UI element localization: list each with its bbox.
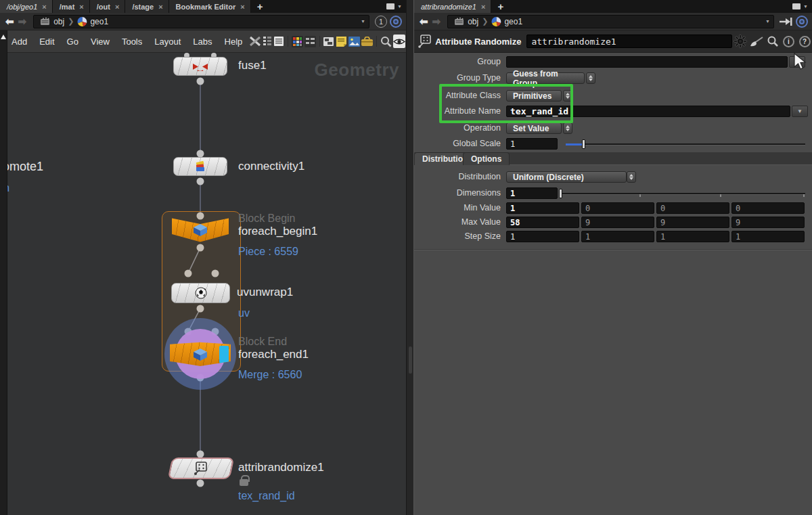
left-tab-bar: /obj/geo1 × /mat × /out × /stage × Bookm… — [0, 0, 406, 13]
search-icon[interactable] — [765, 34, 780, 49]
pane-edge-strip[interactable] — [0, 30, 7, 515]
dimensions-slider[interactable] — [560, 193, 805, 195]
new-tab-button[interactable]: + — [251, 0, 269, 13]
visibility-eye-icon[interactable] — [393, 35, 405, 48]
menu-layout[interactable]: Layout — [148, 37, 187, 47]
min-value-input-1[interactable]: 0 — [581, 202, 654, 214]
color-palette-icon[interactable] — [292, 35, 303, 48]
network-menu-bar: Add Edit Go View Tools Layout Labs Help — [0, 30, 406, 53]
global-scale-slider[interactable] — [566, 143, 805, 145]
notes-list-icon[interactable] — [273, 35, 284, 48]
gear-menu-icon[interactable] — [734, 34, 748, 49]
forward-arrow-icon[interactable]: ➡ — [18, 16, 27, 28]
toolbox-icon[interactable] — [361, 35, 373, 48]
network-canvas[interactable]: Geometry — [0, 53, 406, 515]
info-icon[interactable]: i — [782, 34, 796, 49]
step-size-input-2[interactable]: 1 — [656, 231, 729, 242]
path-crumb-obj[interactable]: obj — [37, 17, 68, 26]
group-input[interactable] — [506, 56, 788, 68]
dimensions-input[interactable]: 1 — [506, 187, 558, 199]
back-arrow-icon[interactable]: ⬅ — [5, 16, 14, 28]
link-number-badge[interactable]: 1 — [375, 16, 387, 28]
pane-layout-icon[interactable] — [792, 3, 800, 9]
pin-icon[interactable] — [780, 17, 793, 26]
search-icon[interactable] — [380, 35, 392, 48]
step-size-input-0[interactable]: 1 — [506, 231, 579, 242]
global-scale-slider-handle[interactable] — [582, 139, 585, 149]
splitter-handle[interactable] — [409, 346, 412, 374]
step-size-input-1[interactable]: 1 — [581, 231, 654, 242]
tab-obj-geo1[interactable]: /obj/geo1 × — [0, 0, 53, 13]
attribute-name-dropdown-button[interactable]: ▼ — [792, 106, 808, 117]
max-value-input-1[interactable]: 9 — [581, 217, 654, 228]
node-uvunwrap1[interactable] — [171, 283, 230, 303]
image-icon[interactable] — [348, 35, 360, 48]
tab-options[interactable]: Options — [463, 152, 510, 165]
path-crumb-geo1[interactable]: geo1 — [488, 17, 526, 26]
back-arrow-icon[interactable]: ⬅ — [420, 16, 428, 28]
distribution-spinner[interactable] — [627, 171, 636, 183]
node-attribrandomize1[interactable] — [168, 457, 235, 479]
expand-arrow-icon[interactable] — [1, 35, 6, 39]
close-icon[interactable]: × — [79, 3, 83, 11]
distribution-dropdown[interactable]: Uniform (Discrete) — [506, 171, 627, 183]
close-icon[interactable]: × — [481, 3, 485, 11]
group-type-dropdown[interactable]: Guess from Group — [506, 72, 585, 84]
tab-out[interactable]: /out × — [90, 0, 126, 13]
menu-go[interactable]: Go — [61, 37, 85, 47]
brush-icon[interactable] — [749, 34, 764, 49]
foreach-end-output-flag — [219, 346, 229, 363]
chevron-down-icon[interactable]: ▼ — [397, 4, 402, 9]
min-value-input-3[interactable]: 0 — [731, 202, 805, 214]
radial-menu-icon[interactable] — [796, 16, 808, 28]
group-type-spinner[interactable] — [586, 72, 595, 84]
operation-dropdown[interactable]: Set Value — [506, 122, 562, 134]
chevron-down-icon[interactable]: ▼ — [361, 19, 365, 24]
radial-menu-icon[interactable] — [390, 16, 402, 28]
menu-help[interactable]: Help — [219, 37, 249, 47]
close-icon[interactable]: × — [115, 3, 119, 11]
global-scale-input[interactable]: 1 — [506, 138, 558, 150]
forward-arrow-icon[interactable]: ➡ — [432, 16, 441, 28]
close-icon[interactable]: × — [158, 3, 162, 11]
shape-palette-icon[interactable] — [304, 35, 316, 48]
menu-add[interactable]: Add — [5, 37, 33, 47]
pane-layout-icon[interactable] — [386, 3, 394, 9]
max-value-input-2[interactable]: 9 — [656, 217, 729, 228]
node-name-input[interactable]: attribrandomize1 — [526, 35, 731, 48]
node-connectivity1[interactable] — [173, 157, 227, 176]
tab-stage[interactable]: /stage × — [125, 0, 168, 13]
max-value-input-3[interactable]: 9 — [731, 217, 805, 228]
max-value-input-0[interactable]: 58 — [506, 217, 579, 228]
parameter-path-field[interactable]: obj ❯ geo1 ▼ — [447, 15, 774, 28]
right-path-bar: ⬅ ➡ obj ❯ geo1 ▼ — [414, 13, 812, 30]
min-value-input-0[interactable]: 1 — [506, 202, 579, 214]
tab-attribrandomize1[interactable]: attribrandomize1 × — [414, 0, 491, 13]
step-size-input-3[interactable]: 1 — [731, 231, 805, 242]
sticky-note-icon[interactable] — [336, 35, 347, 48]
close-icon[interactable]: × — [42, 3, 46, 11]
menu-tools[interactable]: Tools — [116, 37, 148, 47]
chevron-down-icon[interactable]: ▼ — [803, 4, 808, 9]
path-crumb-obj[interactable]: obj — [451, 17, 482, 26]
menu-view[interactable]: View — [85, 37, 116, 47]
pane-splitter[interactable] — [406, 0, 414, 515]
tab-mat[interactable]: /mat × — [53, 0, 90, 13]
min-value-input-2[interactable]: 0 — [656, 202, 729, 214]
help-icon[interactable]: ? — [797, 34, 812, 49]
menu-labs[interactable]: Labs — [187, 37, 218, 47]
chevron-down-icon[interactable]: ▼ — [765, 19, 770, 24]
tools-icon[interactable] — [249, 35, 261, 48]
close-icon[interactable]: × — [240, 3, 244, 11]
menu-edit[interactable]: Edit — [33, 37, 60, 47]
path-crumb-geo1[interactable]: geo1 — [74, 17, 112, 26]
operation-spinner[interactable] — [563, 122, 572, 134]
tab-label: /out — [97, 3, 110, 11]
node-fuse1[interactable] — [173, 57, 227, 76]
new-tab-button[interactable]: + — [491, 0, 510, 13]
tab-bookmark-editor[interactable]: Bookmark Editor × — [169, 0, 251, 13]
dimensions-slider-handle[interactable] — [559, 189, 562, 198]
tree-view-icon[interactable] — [263, 35, 272, 48]
desktop-windows-icon[interactable] — [323, 35, 334, 48]
network-path-field[interactable]: obj ❯ geo1 ▼ — [33, 15, 369, 28]
